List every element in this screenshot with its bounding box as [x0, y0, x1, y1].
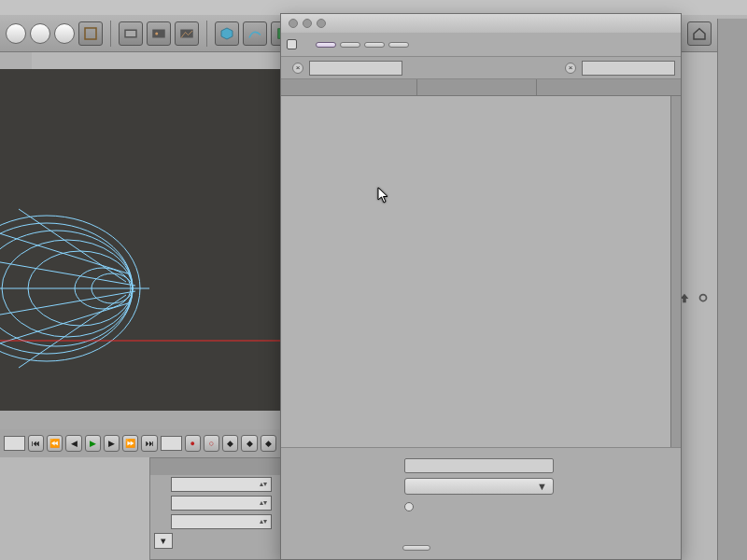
traffic-close-icon[interactable]: [289, 19, 298, 28]
svg-line-19: [0, 302, 131, 349]
next-key-button[interactable]: ⏩: [122, 435, 138, 452]
svg-line-21: [19, 295, 126, 368]
goto-start-button[interactable]: ⏮: [28, 435, 44, 452]
next-frame-button[interactable]: ▶: [104, 435, 120, 452]
svg-rect-0: [85, 28, 96, 39]
prev-frame-button[interactable]: ◀: [65, 435, 81, 452]
key-rot-button[interactable]: ◆: [261, 435, 276, 452]
layout-home-button[interactable]: [687, 21, 712, 46]
group-separator-button[interactable]: [364, 42, 385, 48]
scrollbar-thumb[interactable]: [672, 98, 680, 154]
restrict-select[interactable]: ▼: [404, 478, 554, 495]
timeline-ruler[interactable]: [0, 411, 280, 429]
axis-x-button[interactable]: [6, 23, 26, 44]
coord-pos-y[interactable]: ▴▾: [171, 496, 272, 511]
command-list[interactable]: [281, 96, 681, 451]
coord-mode-select[interactable]: ▾: [154, 533, 173, 549]
coord-system-button[interactable]: [78, 21, 103, 46]
toolbar-separator: [206, 21, 207, 47]
filter-bar: [0, 52, 32, 69]
frame-end-field[interactable]: [161, 436, 182, 451]
col-shortcut[interactable]: [537, 79, 681, 95]
traffic-zoom-icon[interactable]: [317, 19, 326, 28]
svg-line-18: [0, 228, 131, 274]
assign-button[interactable]: [402, 545, 430, 551]
chevron-down-icon: ▼: [537, 479, 547, 494]
filter-shortcut-input[interactable]: [582, 61, 675, 76]
traffic-min-icon[interactable]: [303, 19, 312, 28]
col-name[interactable]: [281, 79, 417, 95]
icon-separator-button[interactable]: [340, 42, 360, 48]
svg-point-4: [155, 32, 158, 35]
manager-tabs-sidebar: [717, 19, 747, 560]
wireframe-model-icon: [0, 190, 243, 386]
dialog-bottom-panel: ▼: [281, 447, 681, 559]
new-palette-button[interactable]: [316, 42, 336, 48]
spline-primitive-button[interactable]: [243, 21, 267, 46]
key-pos-button[interactable]: ◆: [222, 435, 238, 452]
edit-palettes-checkbox[interactable]: [287, 39, 297, 49]
play-button[interactable]: ▶: [85, 435, 101, 452]
coord-pos-z[interactable]: ▴▾: [171, 514, 272, 529]
key-scl-button[interactable]: ◆: [241, 435, 257, 452]
axis-y-button[interactable]: [30, 23, 50, 44]
col-info[interactable]: [417, 79, 537, 95]
playback-bar: ⏮ ⏪ ◀ ▶ ▶ ⏩ ⏭ ● ○ ◆ ◆ ◆: [0, 429, 280, 457]
frame-start-field[interactable]: [4, 436, 25, 451]
cube-primitive-button[interactable]: [215, 21, 239, 46]
spacer-button[interactable]: [388, 42, 409, 48]
render-view-button[interactable]: [119, 21, 143, 46]
coord-pos-x[interactable]: ▴▾: [171, 477, 272, 492]
svg-rect-2: [126, 31, 136, 36]
toolbar-separator: [110, 21, 111, 47]
svg-rect-3: [152, 29, 165, 37]
render-pict-button[interactable]: [147, 21, 171, 46]
axis-x-line-icon: [0, 340, 280, 342]
gear-icon[interactable]: [697, 291, 710, 304]
prev-key-button[interactable]: ⏪: [47, 435, 63, 452]
clear-name-filter-button[interactable]: ×: [292, 63, 303, 74]
shortcut-field[interactable]: [404, 458, 554, 473]
svg-line-20: [19, 209, 126, 282]
command-table-header: [281, 79, 681, 96]
autokey-button[interactable]: ○: [204, 435, 219, 452]
record-button[interactable]: ●: [185, 435, 201, 452]
clear-shortcut-filter-button[interactable]: ×: [565, 63, 576, 74]
optionsmodus-radio[interactable]: [404, 502, 414, 511]
customize-commands-dialog: × × ▼: [280, 13, 682, 560]
render-settings-button[interactable]: [175, 21, 199, 46]
filter-name-input[interactable]: [309, 61, 402, 76]
goto-end-button[interactable]: ⏭: [141, 435, 157, 452]
axis-z-button[interactable]: [54, 23, 75, 44]
dialog-titlebar[interactable]: [281, 14, 681, 33]
svg-point-25: [700, 295, 707, 301]
3d-viewport[interactable]: [0, 69, 280, 433]
